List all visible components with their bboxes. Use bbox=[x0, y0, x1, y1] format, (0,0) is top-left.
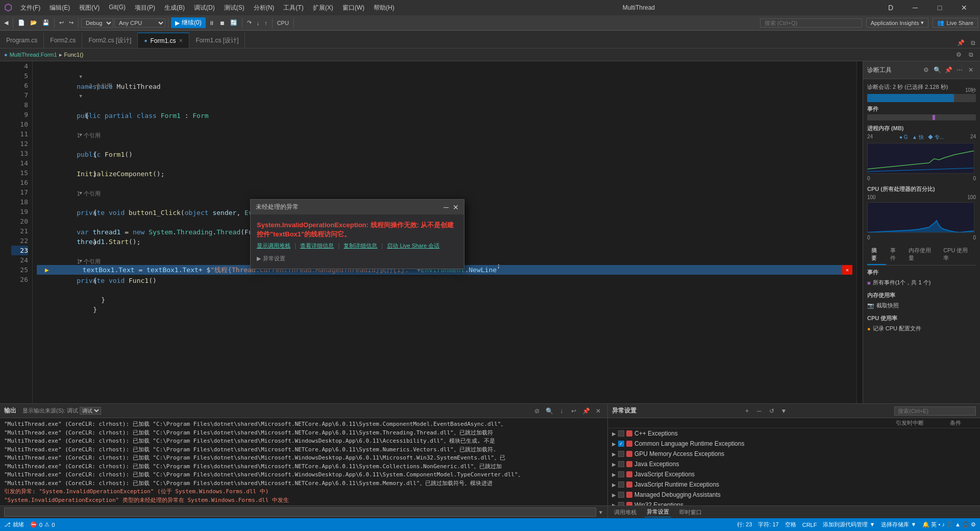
output-close-btn[interactable]: ✕ bbox=[593, 406, 603, 416]
menu-window[interactable]: 窗口(W) bbox=[338, 3, 369, 13]
toolbar-back[interactable]: ◀ bbox=[2, 18, 10, 27]
search-input[interactable] bbox=[760, 18, 862, 28]
diag-settings-btn[interactable]: ⚙ bbox=[921, 65, 931, 75]
toolbar-stop[interactable]: ⏹ bbox=[217, 19, 227, 27]
menu-debug[interactable]: 调试(D) bbox=[190, 3, 219, 13]
dialog-close-btn[interactable]: ✕ bbox=[453, 203, 459, 211]
exc-group-jsrt[interactable]: ▶ JavaScript Runtime Exceptions bbox=[608, 479, 980, 490]
menu-project[interactable]: 项目(P) bbox=[131, 3, 159, 13]
diag-tab-summary[interactable]: 摘要 bbox=[867, 245, 886, 265]
app-insights-btn[interactable]: Application Insights ▾ bbox=[866, 18, 929, 28]
exc-group-mda[interactable]: ▶ Managed Debugging Assistants bbox=[608, 490, 980, 500]
toolbar-step-out[interactable]: ↑ bbox=[262, 19, 270, 27]
debug-run-btn[interactable]: ▶ 继续(0) bbox=[171, 17, 206, 28]
link-detail[interactable]: 查看详细信息 bbox=[300, 242, 334, 250]
minimize-btn[interactable]: ─ bbox=[903, 0, 927, 15]
check-gpu[interactable] bbox=[618, 451, 624, 457]
toolbar-undo[interactable]: ↩ bbox=[57, 18, 66, 27]
menu-git[interactable]: Git(G) bbox=[105, 3, 130, 13]
menu-tools[interactable]: 工具(T) bbox=[279, 3, 307, 13]
toolbar-open[interactable]: 📂 bbox=[28, 18, 39, 27]
live-share-btn[interactable]: 👥 Live Share bbox=[933, 18, 978, 28]
check-clr[interactable]: ✓ bbox=[618, 441, 624, 447]
diag-search-btn[interactable]: 🔍 bbox=[932, 65, 942, 75]
diag-tab-cpu-usage[interactable]: CPU 使用率 bbox=[939, 245, 976, 265]
menu-file[interactable]: 文件(F) bbox=[16, 3, 44, 13]
diag-memory-legend: 24 ● G ▲ 快 ◆ 专... 24 bbox=[867, 134, 976, 141]
editor-settings-btn[interactable]: ⚙ bbox=[953, 50, 964, 60]
diag-pin-btn[interactable]: 📌 bbox=[943, 65, 953, 75]
toolbar-step-in[interactable]: ↓ bbox=[255, 19, 262, 27]
exc-group-clr[interactable]: ▶ ✓ Common Language Runtime Exceptions bbox=[608, 439, 980, 449]
summary-cpu-record[interactable]: ● 记录 CPU 配置文件 bbox=[867, 324, 976, 333]
toolbar-redo[interactable]: ↪ bbox=[67, 18, 76, 27]
link-copy[interactable]: 复制详细信息 bbox=[344, 242, 377, 250]
expand-js: ▶ bbox=[612, 472, 616, 477]
exc-remove-btn[interactable]: ─ bbox=[754, 406, 765, 416]
exc-group-gpu[interactable]: ▶ GPU Memory Access Exceptions bbox=[608, 449, 980, 459]
editor-split-btn[interactable]: ⧉ bbox=[966, 50, 976, 60]
close-btn[interactable]: ✕ bbox=[952, 0, 976, 15]
exc-tab-callstack[interactable]: 调用堆栈 bbox=[612, 508, 639, 517]
tab-pin-btn[interactable]: 📌 bbox=[955, 38, 966, 48]
platform-dropdown[interactable]: Any CPU bbox=[114, 18, 165, 28]
debug-config-dropdown[interactable]: Debug bbox=[81, 18, 113, 28]
tab-form1-cs[interactable]: ● Form1.cs ✕ bbox=[138, 33, 189, 48]
check-cpp[interactable] bbox=[618, 430, 624, 437]
status-source-control[interactable]: 添加到源代码管理 ▼ bbox=[823, 521, 875, 528]
link-liveshare[interactable]: 启动 Live Share 会话 bbox=[387, 242, 439, 250]
exc-restore-btn[interactable]: ↺ bbox=[767, 406, 777, 416]
menu-help[interactable]: 帮助(H) bbox=[370, 3, 399, 13]
toolbar-step-over[interactable]: ↷ bbox=[245, 18, 254, 27]
output-wrap-btn[interactable]: ↩ bbox=[569, 406, 579, 416]
summary-memory-snapshot[interactable]: 📷 截取快照 bbox=[867, 301, 976, 310]
account-btn[interactable]: D bbox=[879, 0, 902, 15]
link-callstack[interactable]: 显示调用堆栈 bbox=[257, 242, 290, 250]
exc-filter-btn[interactable]: ▼ bbox=[779, 406, 789, 416]
error-settings-link[interactable]: ▶ 异常设置 bbox=[257, 255, 458, 262]
output-find-btn[interactable]: 🔍 bbox=[544, 406, 554, 416]
output-scroll-btn[interactable]: ↓ bbox=[556, 406, 567, 416]
check-js[interactable] bbox=[618, 471, 624, 477]
menu-analyze[interactable]: 分析(N) bbox=[250, 3, 279, 13]
toolbar-new[interactable]: 📄 bbox=[16, 18, 27, 27]
maximize-btn[interactable]: □ bbox=[928, 0, 951, 15]
check-mda[interactable] bbox=[618, 492, 624, 498]
output-filter-input[interactable] bbox=[4, 508, 596, 517]
code-editor[interactable]: 4 5 6 7 8 9 10 11 12 13 14 15 16 17 18 1… bbox=[0, 61, 863, 403]
diag-close-btn[interactable]: ✕ bbox=[966, 65, 976, 75]
exception-search-input[interactable] bbox=[894, 406, 976, 416]
exc-tab-settings[interactable]: 异常设置 bbox=[645, 507, 671, 517]
tab-form1-design[interactable]: Form1.cs [设计] bbox=[189, 33, 245, 48]
check-java[interactable] bbox=[618, 461, 624, 467]
menu-build[interactable]: 生成(B) bbox=[160, 3, 189, 13]
tab-close-form1[interactable]: ✕ bbox=[179, 38, 183, 43]
menu-view[interactable]: 视图(V) bbox=[75, 3, 104, 13]
menu-test[interactable]: 测试(S) bbox=[220, 3, 249, 13]
tab-layout-btn[interactable]: ⧉ bbox=[968, 38, 978, 48]
diag-tab-events[interactable]: 事件 bbox=[886, 245, 905, 265]
output-source-select[interactable]: 调试 bbox=[80, 407, 101, 415]
exc-group-js[interactable]: ▶ JavaScript Exceptions bbox=[608, 469, 980, 479]
exc-tab-immediate[interactable]: 即时窗口 bbox=[677, 508, 704, 517]
output-clear-btn[interactable]: ⊘ bbox=[532, 406, 542, 416]
exc-add-btn[interactable]: + bbox=[742, 406, 752, 416]
tab-program-cs[interactable]: Program.cs bbox=[0, 33, 44, 48]
status-repo[interactable]: 选择存储库 ▼ bbox=[881, 521, 916, 528]
menu-extensions[interactable]: 扩展(X) bbox=[309, 3, 337, 13]
diag-tab-memory-usage[interactable]: 内存使用量 bbox=[904, 245, 939, 265]
toolbar-restart[interactable]: 🔄 bbox=[228, 18, 239, 27]
exc-group-win32[interactable]: ▶ Win32 Exceptions bbox=[608, 500, 980, 505]
menu-edit[interactable]: 编辑(E) bbox=[45, 3, 74, 13]
dialog-minimize-btn[interactable]: ─ bbox=[444, 203, 449, 211]
tab-form2-cs[interactable]: Form2.cs bbox=[44, 33, 82, 48]
output-pin-btn[interactable]: 📌 bbox=[581, 406, 591, 416]
exc-group-java[interactable]: ▶ Java Exceptions bbox=[608, 459, 980, 469]
toolbar-pause[interactable]: ⏸ bbox=[207, 19, 216, 27]
toolbar-save[interactable]: 💾 bbox=[40, 18, 52, 27]
exc-group-cpp[interactable]: ▶ C++ Exceptions bbox=[608, 428, 980, 439]
check-jsrt[interactable] bbox=[618, 481, 624, 488]
tab-form2-design[interactable]: Form2.cs [设计] bbox=[82, 33, 138, 48]
diag-more-btn[interactable]: ⋯ bbox=[954, 65, 965, 75]
check-win32[interactable] bbox=[618, 502, 624, 505]
